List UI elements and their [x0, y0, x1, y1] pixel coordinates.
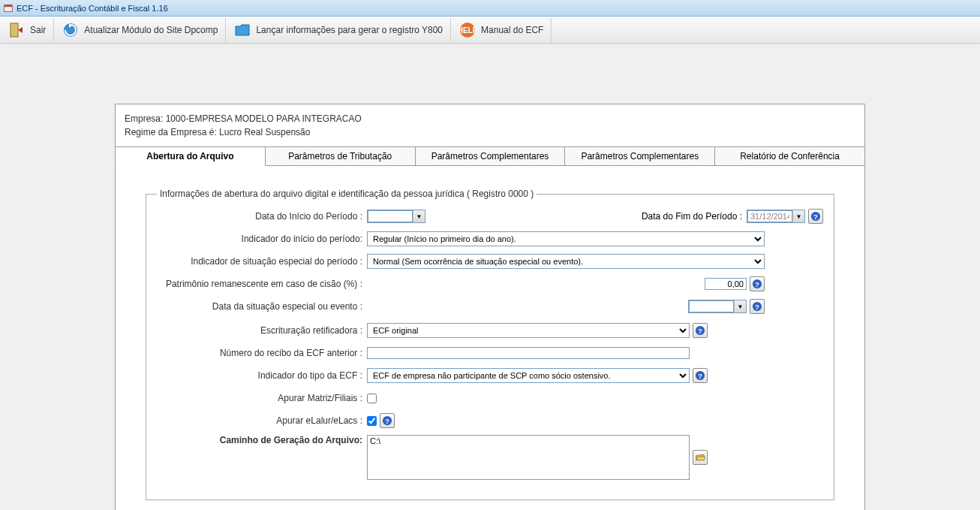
chevron-down-icon[interactable]: ▼ [734, 300, 746, 312]
label-num-recibo: Número do recibo da ECF anterior : [157, 348, 367, 358]
data-situacao-datepicker[interactable]: ▼ [688, 300, 747, 313]
window-title: ECF - Escrituração Contábil e Fiscal 1.1… [17, 4, 168, 13]
tab-body: Informações de abertura do arquivo digit… [115, 166, 865, 510]
tab-relatorio-conferencia[interactable]: Relatório de Conferência [715, 146, 865, 166]
tab-parametros-complementares-2[interactable]: Parâmetros Complementares [565, 146, 715, 166]
svg-text:?: ? [698, 327, 702, 335]
help-icon: HELP [458, 21, 476, 39]
label-apurar-matriz: Apurar Matriz/Filiais : [157, 393, 367, 403]
registro-0000-fieldset: Informações de abertura do arquivo digit… [146, 189, 834, 500]
label-data-fim: Data do Fim do Período : [642, 211, 747, 222]
svg-text:?: ? [755, 303, 759, 311]
fieldset-legend: Informações de abertura do arquivo digit… [157, 189, 537, 199]
svg-rect-1 [5, 5, 13, 7]
tab-strip: Abertura do Arquivo Parâmetros de Tribut… [115, 146, 865, 166]
label-escrituracao: Escrituração retificadora : [157, 325, 367, 336]
empresa-text: Empresa: 1000-EMPRESA MODELO PARA INTEGR… [125, 112, 855, 125]
svg-text:?: ? [385, 417, 389, 425]
label-patrimonio: Patrimônio remanescente em caso de cisão… [157, 279, 367, 289]
lancar-button[interactable]: Lançar informações para gerar o registro… [226, 18, 451, 42]
sair-label: Sair [30, 25, 46, 35]
help-button-datas[interactable]: ? [808, 209, 823, 224]
browse-folder-button[interactable] [693, 450, 708, 465]
help-button-patrimonio[interactable]: ? [750, 276, 765, 291]
ind-inicio-select[interactable]: Regular (Início no primeiro dia do ano). [367, 231, 765, 246]
tab-parametros-tributacao[interactable]: Parâmetros de Tributação [266, 146, 416, 166]
sair-button[interactable]: Sair [0, 18, 54, 42]
svg-text:?: ? [813, 213, 818, 221]
atualizar-label: Atualizar Módulo do Site Dpcomp [84, 25, 218, 35]
data-inicio-datepicker[interactable]: ▼ [367, 210, 425, 223]
empresa-info-panel: Empresa: 1000-EMPRESA MODELO PARA INTEGR… [115, 104, 865, 147]
help-button-escrituracao[interactable]: ? [693, 323, 708, 338]
chevron-down-icon[interactable]: ▼ [413, 210, 425, 222]
svg-text:?: ? [698, 372, 702, 380]
data-fim-datepicker[interactable]: ▼ [747, 210, 805, 223]
refresh-icon [62, 21, 80, 39]
label-apurar-elalur: Apurar eLalur/eLacs : [157, 415, 367, 426]
folder-icon [233, 21, 251, 39]
main-toolbar: Sair Atualizar Módulo do Site Dpcomp Lan… [0, 17, 980, 44]
window-titlebar: ECF - Escrituração Contábil e Fiscal 1.1… [0, 0, 980, 17]
svg-text:?: ? [755, 280, 759, 288]
data-situacao-input[interactable] [689, 300, 734, 312]
apurar-elalur-checkbox[interactable] [367, 416, 377, 426]
manual-button[interactable]: HELP Manual do ECF [451, 18, 552, 42]
tab-abertura[interactable]: Abertura do Arquivo [115, 146, 266, 166]
manual-label: Manual do ECF [481, 25, 543, 35]
label-data-inicio: Data do Início do Período : [157, 211, 367, 222]
regime-text: Regime da Empresa é: Lucro Real Suspensã… [125, 125, 855, 139]
ind-situacao-select[interactable]: Normal (Sem ocorrência de situação espec… [367, 254, 765, 269]
label-ind-situacao: Indicador de situação especial do períod… [157, 256, 367, 267]
escrituracao-select[interactable]: ECF original [367, 323, 690, 338]
help-button-ind-tipo[interactable]: ? [693, 368, 708, 383]
patrimonio-input[interactable] [705, 278, 747, 290]
tab-parametros-complementares-1[interactable]: Parâmetros Complementares [416, 146, 566, 166]
help-button-elalur[interactable]: ? [380, 413, 395, 428]
exit-icon [8, 21, 26, 39]
lancar-label: Lançar informações para gerar o registro… [256, 25, 443, 35]
app-icon [3, 3, 14, 14]
label-caminho: Caminho de Geração do Arquivo: [157, 435, 367, 445]
atualizar-button[interactable]: Atualizar Módulo do Site Dpcomp [54, 18, 226, 42]
chevron-down-icon[interactable]: ▼ [792, 210, 804, 222]
svg-rect-2 [11, 23, 18, 37]
caminho-textarea[interactable]: C:\ [367, 435, 690, 480]
ind-tipo-select[interactable]: ECF de empresa não participante de SCP c… [367, 368, 690, 383]
help-button-data-situacao[interactable]: ? [750, 299, 765, 314]
apurar-matriz-checkbox[interactable] [367, 394, 377, 403]
svg-text:HELP: HELP [458, 26, 476, 35]
label-data-situacao: Data da situação especial ou evento : [157, 301, 367, 312]
label-ind-tipo: Indicador do tipo da ECF : [157, 370, 367, 381]
data-fim-input[interactable] [747, 210, 792, 222]
num-recibo-input[interactable] [367, 347, 690, 359]
data-inicio-input[interactable] [368, 210, 413, 222]
label-ind-inicio: Indicador do início do período: [157, 234, 367, 244]
